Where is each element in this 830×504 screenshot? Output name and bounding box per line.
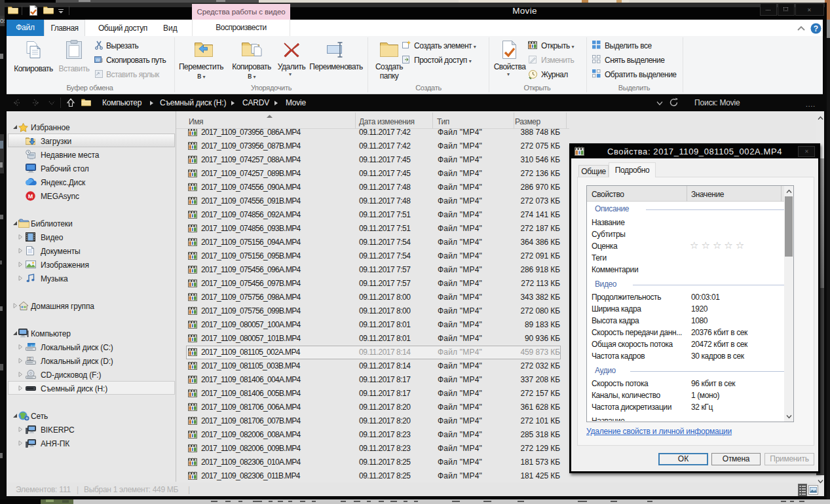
svg-text:?: ? [814,24,818,33]
svg-text:M: M [28,193,33,200]
svg-text:W: W [96,58,100,62]
svg-text:32: 32 [28,357,32,361]
